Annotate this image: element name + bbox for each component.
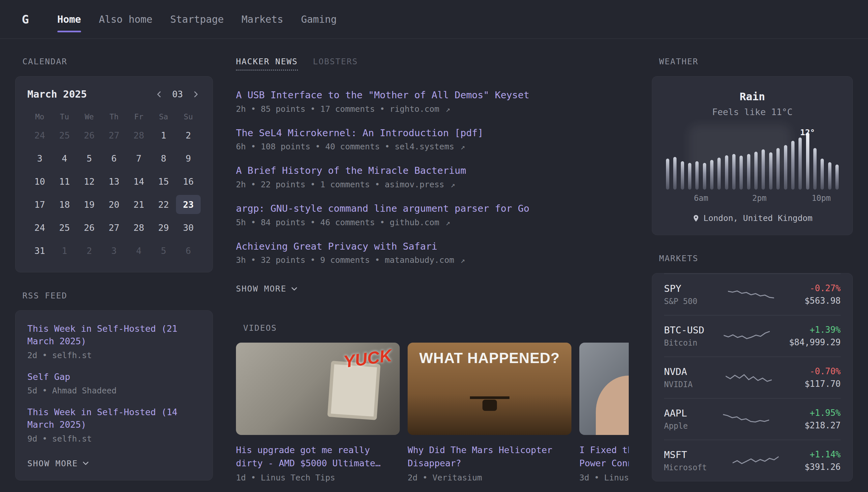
chevron-left-icon — [154, 89, 164, 99]
story-title-link[interactable]: A USB Interface to the "Mother of All De… — [236, 89, 629, 102]
rss-item-title-link[interactable]: This Week in Self-Hosted (21 March 2025) — [27, 322, 201, 348]
video-meta: 3d • Linus Tech Tips — [579, 473, 629, 483]
calendar-day: 10 — [27, 172, 52, 191]
calendar-day: 12 — [77, 172, 102, 191]
weather-bar — [739, 156, 743, 190]
market-row[interactable]: SPY S&P 500 -0.27% $563.98 — [664, 273, 841, 315]
market-price: $117.70 — [805, 379, 841, 389]
weather-bar — [762, 149, 765, 190]
video-thumbnail[interactable]: YUCK — [236, 343, 400, 435]
weather-axis-label: 6am — [694, 194, 708, 203]
calendar-day: 24 — [27, 126, 52, 145]
story-meta-text: 2h • 22 points • 1 comments • asimov.pre… — [236, 180, 444, 189]
calendar-day: 3 — [27, 149, 52, 168]
chevron-right-icon — [191, 89, 201, 99]
story-title-link[interactable]: Achieving Great Privacy with Safari — [236, 240, 629, 253]
weather-bar — [717, 157, 721, 190]
market-change: -0.27% — [805, 283, 841, 293]
story-title-link[interactable]: The SeL4 Microkernel: An Introduction [p… — [236, 127, 629, 140]
calendar-next-button[interactable] — [191, 89, 201, 99]
market-price: $391.26 — [805, 462, 841, 472]
thumbnail-decor — [470, 396, 509, 399]
calendar-card: March 2025 03 MoTuWeThFrSaSu 24252627281… — [15, 76, 213, 272]
nav-tab[interactable]: Also home — [99, 10, 153, 28]
weather-bar — [777, 148, 780, 190]
news-story: A USB Interface to the "Mother of All De… — [236, 89, 629, 114]
market-values: +1.39% $84,999.29 — [789, 325, 841, 347]
calendar-day: 24 — [27, 218, 52, 237]
thumbnail-overlay-text: WHAT HAPPENED? — [407, 350, 572, 366]
market-row[interactable]: NVDA NVIDIA -0.70% $117.70 — [664, 356, 841, 398]
calendar-day: 5 — [151, 241, 176, 260]
nav-tab[interactable]: Gaming — [301, 10, 337, 28]
news-story: argp: GNU-style command line argument pa… — [236, 202, 629, 227]
calendar-prev-button[interactable] — [154, 89, 164, 99]
video-title-link[interactable]: Why Did The Mars HelicopterDisappear? — [407, 444, 572, 469]
weather-location-text: London, United Kingdom — [703, 213, 812, 223]
weather-peak-label: 12° — [800, 128, 815, 137]
video-thumbnail[interactable]: DOTT — [579, 343, 629, 435]
news-story-list: A USB Interface to the "Mother of All De… — [236, 89, 629, 265]
story-meta: 5h • 84 points • 46 comments • github.co… — [236, 218, 629, 227]
market-name: Microsoft — [664, 463, 707, 472]
video-title-link[interactable]: His upgrade got me reallydirty - AMD $50… — [236, 444, 400, 469]
calendar-day: 5 — [77, 149, 102, 168]
calendar-day: 13 — [102, 172, 126, 191]
rss-card: This Week in Self-Hosted (21 March 2025)… — [15, 310, 213, 481]
story-meta: 6h • 108 points • 40 comments • sel4.sys… — [236, 142, 629, 151]
market-row[interactable]: AAPL Apple +1.95% $218.27 — [664, 398, 841, 440]
calendar-day: 2 — [77, 241, 102, 260]
news-tab[interactable]: LOBSTERS — [313, 57, 358, 66]
video-meta: 2d • Veritasium — [407, 473, 572, 483]
weather-bar — [688, 163, 691, 190]
logo[interactable]: G — [22, 13, 29, 26]
video-title-link[interactable]: I Fixed the 5Power Connect — [579, 444, 629, 469]
weather-bar — [798, 138, 802, 190]
markets-card: SPY S&P 500 -0.27% $563.98 BTC-USD Bitco… — [652, 273, 853, 482]
weekday-label: Su — [176, 110, 201, 126]
market-sparkline — [723, 410, 769, 428]
video-card: YUCK His upgrade got me reallydirty - AM… — [236, 343, 400, 482]
story-title-link[interactable]: A Brief History of the Miracle Bacterium — [236, 165, 629, 177]
nav-tab[interactable]: Markets — [241, 10, 283, 28]
rss-item-title-link[interactable]: Self Gap — [27, 371, 201, 383]
nav-tab[interactable]: Startpage — [170, 10, 224, 28]
top-nav: G Home Also home Startpage Markets Gamin… — [0, 0, 868, 39]
market-price: $563.98 — [805, 296, 841, 306]
calendar-day: 18 — [52, 195, 77, 214]
calendar-day: 8 — [151, 149, 176, 168]
weather-bar — [673, 157, 677, 190]
calendar-day: 22 — [151, 195, 176, 214]
story-meta: 3h • 32 points • 9 comments • matanabudy… — [236, 255, 629, 265]
weather-condition: Rain — [664, 90, 841, 103]
calendar-day: 28 — [127, 218, 151, 237]
weather-chart: 12° — [664, 130, 841, 190]
calendar-day: 26 — [77, 218, 102, 237]
videos-row[interactable]: YUCK His upgrade got me reallydirty - AM… — [236, 343, 629, 482]
location-pin-icon — [692, 214, 700, 222]
weather-bar — [681, 161, 684, 190]
nav-tab[interactable]: Home — [57, 10, 81, 28]
rss-item: Self Gap 5d • Ahmad Shadeed — [27, 371, 201, 395]
market-row[interactable]: BTC-USD Bitcoin +1.39% $84,999.29 — [664, 315, 841, 356]
weather-bar — [725, 155, 728, 190]
weather-card: Rain Feels like 11°C 12° 6am2pm10pm Lond… — [652, 76, 853, 235]
weekday-label: We — [77, 110, 102, 126]
market-row[interactable]: MSFT Microsoft +1.14% $391.26 — [664, 440, 841, 481]
external-link-icon: ↗ — [446, 105, 450, 114]
rss-show-more-button[interactable]: SHOW MORE — [27, 459, 90, 468]
calendar-day: 25 — [52, 218, 77, 237]
markets-widget-title: MARKETS — [659, 253, 853, 263]
news-tab[interactable]: HACKER NEWS — [236, 57, 298, 71]
news-show-more-button[interactable]: SHOW MORE — [236, 284, 299, 294]
video-thumbnail[interactable]: WHAT HAPPENED? — [407, 343, 572, 435]
story-title-link[interactable]: argp: GNU-style command line argument pa… — [236, 202, 629, 215]
calendar-day: 15 — [151, 172, 176, 191]
calendar-month-number: 03 — [172, 89, 183, 99]
rss-item-title-link[interactable]: This Week in Self-Hosted (14 March 2025) — [27, 406, 201, 431]
market-values: -0.70% $117.70 — [805, 366, 841, 389]
weather-bar — [784, 145, 787, 190]
market-name: S&P 500 — [664, 297, 697, 306]
thumbnail-decor — [596, 376, 629, 435]
market-name: Bitcoin — [664, 338, 704, 348]
